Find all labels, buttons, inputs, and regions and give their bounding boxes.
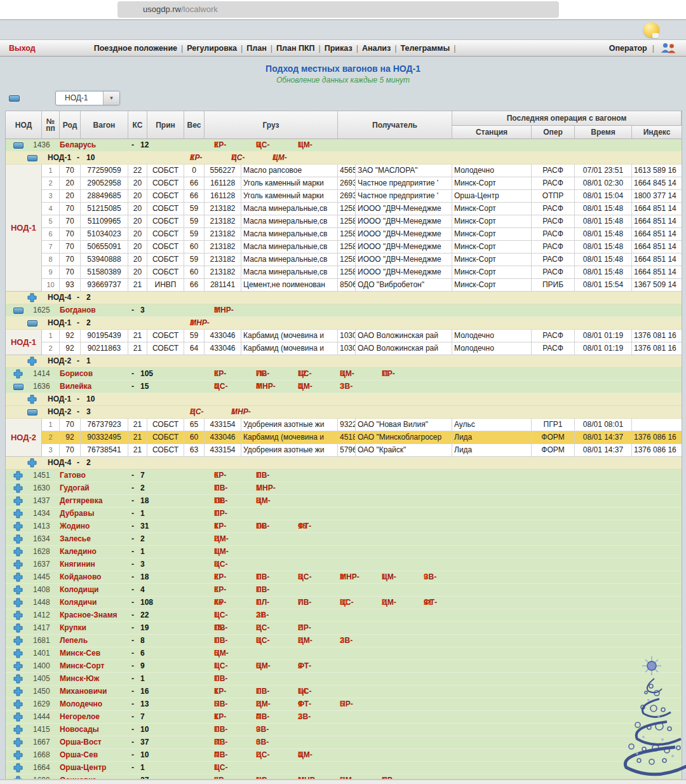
station-row[interactable]: 1630Гудогай-2ПВ-1МНР-1 bbox=[6, 482, 682, 495]
station-row[interactable]: 1401Минск-Сев-6ЦМ-6 bbox=[6, 647, 682, 660]
expand-icon[interactable] bbox=[27, 395, 37, 404]
station-row[interactable]: 1634Залесье-2ЦМ-2 bbox=[6, 533, 682, 546]
expand-icon[interactable] bbox=[27, 356, 37, 366]
wagon-row[interactable]: 4705121508520СОБСТ59213182Масла минераль… bbox=[42, 203, 682, 215]
group-row[interactable]: 1436Беларусь-12КР-2ЦС-9ЦМ-1 bbox=[6, 139, 682, 152]
collapse-icon[interactable] bbox=[13, 308, 24, 314]
nod-subgroup-row[interactable]: НОД-2-1 bbox=[6, 355, 682, 368]
expand-icon[interactable] bbox=[13, 509, 23, 518]
station-row[interactable]: 1445Койданово-18КР-2ПВ-1ЦС-3МНР-2ЦМ-1ЗВ-… bbox=[6, 571, 682, 584]
collapse-icon[interactable] bbox=[13, 384, 24, 390]
station-row[interactable]: 1681Лепель-8ПВ-1ЦС-3ЦМ-2ЗВ-2 bbox=[6, 635, 682, 647]
expand-icon[interactable] bbox=[13, 649, 23, 658]
station-row[interactable]: 1451Гатово-7КР-6ПВ-1 bbox=[6, 470, 682, 482]
station-row[interactable]: 1434Дубравы-1ПР-1 bbox=[6, 508, 682, 520]
collapse-icon[interactable] bbox=[13, 142, 24, 149]
wagon-row[interactable]: 5705110996520СОБСТ59213182Масла минераль… bbox=[42, 215, 682, 228]
expand-icon[interactable] bbox=[13, 611, 23, 620]
expand-icon[interactable] bbox=[13, 471, 23, 480]
group-row[interactable]: 1414Борисов-105КР-3ПВ-76ЦС-12ЦМ-3ПР-11 bbox=[6, 368, 682, 381]
collapse-icon[interactable] bbox=[27, 155, 37, 161]
station-row[interactable]: 1448Колядичи-108КР-46ПЛ-1ПВ-7ЦС-31ЦМ-2ФТ… bbox=[6, 597, 682, 609]
nod-subgroup-row[interactable]: НОД-1-2МНР-2 bbox=[6, 317, 682, 330]
select-arrow-icon[interactable]: ▼ bbox=[103, 91, 119, 105]
station-row[interactable]: 1637Княгинин-3ЦС-3 bbox=[6, 558, 682, 571]
expand-icon[interactable] bbox=[13, 700, 23, 709]
menu-item[interactable]: Приказ bbox=[325, 44, 353, 53]
wagon-row[interactable]: 8705394088820СОБСТ59213182Масла минераль… bbox=[42, 253, 682, 266]
expand-icon[interactable] bbox=[13, 572, 23, 582]
wagon-row[interactable]: 3202884968520СОБСТ66161128Уголь каменный… bbox=[42, 190, 682, 203]
expand-icon[interactable] bbox=[13, 547, 23, 557]
station-row[interactable]: 1664Орша-Центр-1ЦС-1 bbox=[6, 762, 682, 774]
wagon-row[interactable]: 1929019543921СОБСТ59433046Карбамид (моче… bbox=[42, 330, 682, 342]
nod-subgroup-row[interactable]: НОД-1-10 bbox=[6, 393, 682, 406]
station-row[interactable]: 1444Негорелое-7КР-1ПВ-4ЗВ-2 bbox=[6, 711, 682, 724]
expand-icon[interactable] bbox=[13, 496, 23, 506]
expand-icon[interactable] bbox=[13, 598, 23, 607]
expand-icon[interactable] bbox=[13, 534, 23, 544]
menu-item[interactable]: План ПКП bbox=[276, 44, 315, 53]
expand-icon[interactable] bbox=[13, 687, 23, 696]
collapse-icon[interactable] bbox=[27, 409, 37, 416]
station-row[interactable]: 1417Крупки-19ПВ-15ЦС-2ПР-2 bbox=[6, 622, 682, 635]
expand-icon[interactable] bbox=[13, 725, 23, 734]
nod-subgroup-row[interactable]: НОД-4-2 bbox=[6, 292, 682, 304]
expand-icon[interactable] bbox=[13, 674, 23, 684]
help-balloon-icon[interactable] bbox=[643, 22, 659, 37]
expand-icon[interactable] bbox=[13, 712, 23, 722]
wagon-row[interactable]: 1707673792321СОБСТ65433154Удобрения азот… bbox=[42, 419, 682, 431]
station-row[interactable]: 1415Новосады-10ПВ-1ЗВ-9 bbox=[6, 724, 682, 736]
nod-subgroup-row[interactable]: НОД-4-2 bbox=[6, 457, 682, 470]
expand-icon[interactable] bbox=[27, 458, 37, 468]
operator-link[interactable]: Оператор bbox=[609, 44, 647, 53]
wagon-row[interactable]: 7705065509120СОБСТ60213182Масла минераль… bbox=[42, 241, 682, 253]
expand-icon[interactable] bbox=[13, 483, 23, 493]
collapse-all-icon[interactable] bbox=[9, 95, 20, 102]
menu-item[interactable]: Телеграммы bbox=[401, 44, 450, 53]
group-row[interactable]: 1625Богданов-3МНР-3 bbox=[6, 304, 682, 317]
station-row[interactable]: 1400Минск-Сорт-9ЦС-1ЦМ-6ФТ-2 bbox=[6, 660, 682, 673]
expand-icon[interactable] bbox=[13, 636, 23, 645]
expand-icon[interactable] bbox=[13, 522, 23, 531]
collapse-icon[interactable] bbox=[27, 320, 37, 327]
station-row[interactable]: 1628Каледино-1ЦМ-1 bbox=[6, 546, 682, 558]
station-row[interactable]: 1450Михановичи-16КР-1ПВ-1ЦС-14 bbox=[6, 686, 682, 698]
station-row[interactable]: 1408Колодищи-4КР-3ПВ-1 bbox=[6, 584, 682, 597]
wagon-row[interactable]: 2929033249521СОБСТ60433046Карбамид (моче… bbox=[42, 431, 682, 444]
expand-icon[interactable] bbox=[13, 369, 23, 379]
wagon-row[interactable]: 6705103402320СОБСТ59213182Масла минераль… bbox=[42, 228, 682, 241]
users-icon[interactable] bbox=[659, 42, 677, 54]
nod-subgroup-row[interactable]: НОД-1-10КР-2ЦС-7ЦМ-1 bbox=[6, 152, 682, 165]
wagon-row[interactable]: 9705158038920СОБСТ60213182Масла минераль… bbox=[42, 266, 682, 279]
expand-icon[interactable] bbox=[13, 763, 23, 773]
wagon-row[interactable]: 10939366973721ИНВП66281141Цемент,не поим… bbox=[42, 279, 682, 292]
nod-subgroup-row[interactable]: НОД-2-3ЦС-2МНР-1 bbox=[6, 406, 682, 419]
expand-icon[interactable] bbox=[27, 293, 37, 302]
menu-item[interactable]: Регулировка bbox=[187, 44, 237, 53]
station-row[interactable]: 1412Красное-Знамя-22ЦС-1ЗВ-21 bbox=[6, 609, 682, 622]
group-row[interactable]: 1636Вилейка-15ЦС-4МНР-4ЦМ-4ЗВ-3 bbox=[6, 381, 682, 393]
expand-icon[interactable] bbox=[13, 661, 23, 671]
menu-item[interactable]: План bbox=[246, 44, 266, 53]
nod-select[interactable]: НОД-1 ▼ bbox=[55, 91, 120, 105]
wagon-row[interactable]: 2929021186321СОБСТ64433046Карбамид (моче… bbox=[42, 342, 682, 355]
station-row[interactable]: 1437Дегтяревка-18ПВ-10ЦМ-8 bbox=[6, 495, 682, 508]
address-bar[interactable]: usogdp.rw/localwork bbox=[118, 1, 559, 18]
menu-item[interactable]: Поездное положение bbox=[94, 44, 177, 53]
station-row[interactable]: 1667Орша-Вост-37ПВ-31ЗВ-6 bbox=[6, 736, 682, 749]
exit-link[interactable]: Выход bbox=[9, 44, 36, 53]
wagon-row[interactable]: 2202905295820СОБСТ66161128Уголь каменный… bbox=[42, 177, 682, 190]
expand-icon[interactable] bbox=[13, 738, 23, 747]
expand-icon[interactable] bbox=[13, 750, 23, 760]
expand-icon[interactable] bbox=[13, 560, 23, 569]
station-row[interactable]: 1405Минск-Юж-1ПВ-1 bbox=[6, 673, 682, 686]
expand-icon[interactable] bbox=[13, 623, 23, 633]
station-row[interactable]: 1413Жодино-31КР-1ПВ-14ФТ-16 bbox=[6, 520, 682, 533]
station-row[interactable]: 1668Орша-Сев-10ПВ-4ЦС-2ЦМ-4 bbox=[6, 749, 682, 762]
wagon-row[interactable]: 3707673854121СОБСТ63433154Удобрения азот… bbox=[42, 444, 682, 457]
wagon-row[interactable]: 1707725905922СОБСТ0556227Масло рапсовое4… bbox=[42, 165, 682, 177]
expand-icon[interactable] bbox=[13, 585, 23, 595]
menu-item[interactable]: Анализ bbox=[362, 44, 391, 53]
station-row[interactable]: 1629Молодечно-13ПВ-5ЦМ-2ФТ-1ПР-5 bbox=[6, 698, 682, 711]
